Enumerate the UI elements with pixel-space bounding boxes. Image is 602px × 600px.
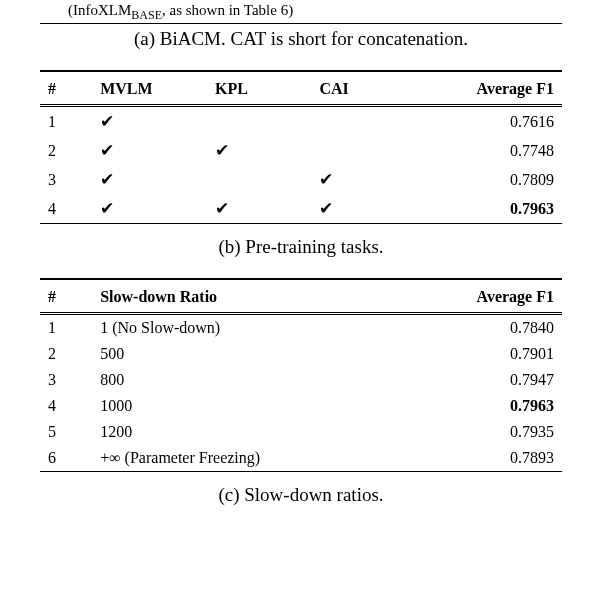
- table-row: 3 800 0.7947: [40, 367, 562, 393]
- cell-num: 6: [40, 445, 92, 472]
- cell-mvlm: ✔: [92, 165, 207, 194]
- th-num: #: [40, 279, 92, 314]
- cell-num: 4: [40, 194, 92, 224]
- cell-kpl: [207, 165, 311, 194]
- cell-ratio: 1 (No Slow-down): [92, 314, 384, 342]
- cell-ratio: +∞ (Parameter Freezing): [92, 445, 384, 472]
- table-slowdown: # Slow-down Ratio Average F1 1 1 (No Slo…: [40, 278, 562, 480]
- cell-kpl: ✔: [207, 136, 311, 165]
- table-row: 2 ✔ ✔ 0.7748: [40, 136, 562, 165]
- table-row: 4 1000 0.7963: [40, 393, 562, 419]
- cell-mvlm: ✔: [92, 136, 207, 165]
- cell-num: 2: [40, 136, 92, 165]
- table-row: 4 ✔ ✔ ✔ 0.7963: [40, 194, 562, 224]
- table-row: 5 1200 0.7935: [40, 419, 562, 445]
- cell-cai: ✔: [311, 194, 415, 224]
- cell-ratio: 800: [92, 367, 384, 393]
- caption-a: (a) BiACM. CAT is short for concatenatio…: [40, 28, 562, 50]
- cell-f1: 0.7748: [416, 136, 562, 165]
- cell-num: 4: [40, 393, 92, 419]
- caption-c: (c) Slow-down ratios.: [40, 484, 562, 506]
- caption-b: (b) Pre-training tasks.: [40, 236, 562, 258]
- cell-num: 5: [40, 419, 92, 445]
- table-pretraining: # MVLM KPL CAI Average F1 1 ✔ 0.7616 2 ✔…: [40, 70, 562, 232]
- topnote-b: , as shown in Table 6): [162, 2, 293, 18]
- th-cai: CAI: [311, 71, 415, 106]
- cell-mvlm: ✔: [92, 106, 207, 137]
- cell-f1: 0.7947: [385, 367, 562, 393]
- topnote-a: (InfoXLM: [68, 2, 131, 18]
- cell-num: 2: [40, 341, 92, 367]
- th-kpl: KPL: [207, 71, 311, 106]
- cell-f1: 0.7901: [385, 341, 562, 367]
- cell-num: 1: [40, 314, 92, 342]
- table-row: 1 1 (No Slow-down) 0.7840: [40, 314, 562, 342]
- th-f1: Average F1: [385, 279, 562, 314]
- cell-f1: 0.7893: [385, 445, 562, 472]
- cell-ratio: 1000: [92, 393, 384, 419]
- table-row: 3 ✔ ✔ 0.7809: [40, 165, 562, 194]
- rule: [40, 472, 562, 481]
- cell-ratio: 500: [92, 341, 384, 367]
- cell-kpl: ✔: [207, 194, 311, 224]
- cell-num: 1: [40, 106, 92, 137]
- cell-num: 3: [40, 367, 92, 393]
- th-ratio: Slow-down Ratio: [92, 279, 384, 314]
- cell-f1: 0.7616: [416, 106, 562, 137]
- table-row: 1 ✔ 0.7616: [40, 106, 562, 137]
- table-row: 2 500 0.7901: [40, 341, 562, 367]
- cell-cai: ✔: [311, 165, 415, 194]
- top-note: (InfoXLMBASE, as shown in Table 6): [40, 2, 562, 23]
- cell-f1: 0.7963: [416, 194, 562, 224]
- cell-f1: 0.7840: [385, 314, 562, 342]
- cell-kpl: [207, 106, 311, 137]
- rule: [40, 23, 562, 24]
- topnote-sub: BASE: [131, 8, 162, 22]
- rule: [40, 224, 562, 233]
- th-f1: Average F1: [416, 71, 562, 106]
- table-row: # MVLM KPL CAI Average F1: [40, 71, 562, 106]
- table-row: 6 +∞ (Parameter Freezing) 0.7893: [40, 445, 562, 472]
- cell-f1: 0.7935: [385, 419, 562, 445]
- cell-cai: [311, 136, 415, 165]
- cell-f1: 0.7809: [416, 165, 562, 194]
- th-mvlm: MVLM: [92, 71, 207, 106]
- cell-mvlm: ✔: [92, 194, 207, 224]
- cell-cai: [311, 106, 415, 137]
- page-body: (InfoXLMBASE, as shown in Table 6) (a) B…: [0, 2, 602, 546]
- cell-ratio: 1200: [92, 419, 384, 445]
- cell-num: 3: [40, 165, 92, 194]
- th-num: #: [40, 71, 92, 106]
- table-row: # Slow-down Ratio Average F1: [40, 279, 562, 314]
- cell-f1: 0.7963: [385, 393, 562, 419]
